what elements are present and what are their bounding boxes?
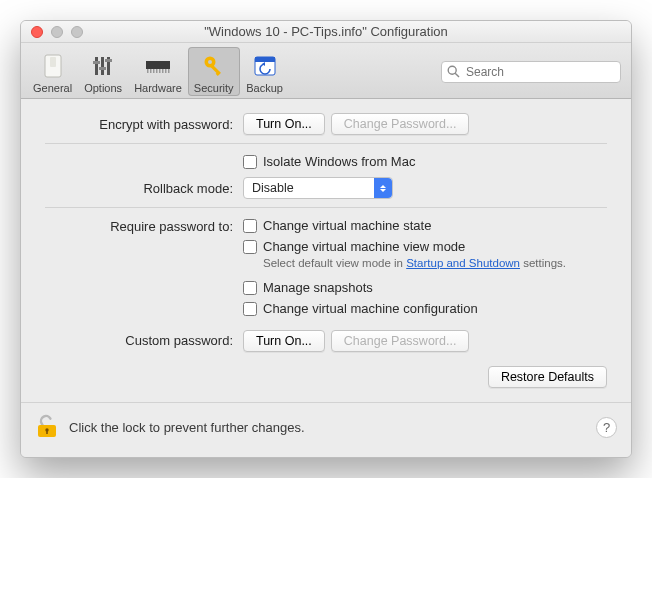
require-opt-label: Manage snapshots (263, 280, 373, 295)
tab-label: Backup (246, 82, 283, 94)
lock-icon[interactable] (35, 413, 59, 443)
svg-rect-12 (156, 69, 158, 73)
tab-label: Hardware (134, 82, 182, 94)
require-state-checkbox[interactable] (243, 219, 257, 233)
tab-general[interactable]: General (27, 47, 78, 96)
custom-turn-on-button[interactable]: Turn On... (243, 330, 325, 352)
footer: Click the lock to prevent further change… (21, 402, 631, 457)
tab-options[interactable]: Options (78, 47, 128, 96)
help-button[interactable]: ? (596, 417, 617, 438)
search-field[interactable] (441, 61, 621, 83)
rollback-select[interactable]: Disable (243, 177, 393, 199)
custom-change-password-button: Change Password... (331, 330, 470, 352)
svg-rect-1 (50, 57, 56, 67)
require-label: Require password to: (45, 218, 243, 234)
svg-point-23 (448, 66, 456, 74)
svg-point-18 (208, 60, 212, 64)
require-opt-label: Change virtual machine configuration (263, 301, 478, 316)
require-opt-label: Change virtual machine state (263, 218, 431, 233)
toolbar: General Options Hardware Security Backup (21, 43, 631, 99)
encrypt-label: Encrypt with password: (45, 117, 243, 132)
isolate-checkbox[interactable] (243, 155, 257, 169)
content-pane: Encrypt with password: Turn On... Change… (21, 99, 631, 402)
require-opt-label: Change virtual machine view mode (263, 239, 465, 254)
restore-defaults-button[interactable]: Restore Defaults (488, 366, 607, 388)
svg-rect-28 (46, 430, 48, 434)
rollback-label: Rollback mode: (45, 181, 243, 196)
traffic-lights (21, 26, 83, 38)
rollback-value: Disable (252, 181, 294, 195)
key-icon (199, 51, 229, 81)
svg-rect-15 (165, 69, 167, 73)
search-input[interactable] (441, 61, 621, 83)
lock-text: Click the lock to prevent further change… (69, 420, 305, 435)
svg-rect-14 (162, 69, 164, 73)
tab-label: General (33, 82, 72, 94)
minimize-button[interactable] (51, 26, 63, 38)
encrypt-turn-on-button[interactable]: Turn On... (243, 113, 325, 135)
svg-rect-3 (101, 57, 104, 75)
require-viewmode-checkbox[interactable] (243, 240, 257, 254)
viewmode-hint: Select default view mode in Startup and … (263, 256, 607, 272)
tab-label: Options (84, 82, 122, 94)
svg-rect-10 (150, 69, 152, 73)
tab-label: Security (194, 82, 234, 94)
svg-rect-6 (99, 67, 106, 70)
close-button[interactable] (31, 26, 43, 38)
svg-rect-5 (93, 61, 100, 64)
zoom-button[interactable] (71, 26, 83, 38)
isolate-label: Isolate Windows from Mac (263, 154, 415, 169)
svg-rect-9 (147, 69, 149, 73)
svg-rect-7 (105, 59, 112, 62)
sliders-icon (88, 51, 118, 81)
tab-backup[interactable]: Backup (240, 47, 290, 96)
custom-password-label: Custom password: (45, 333, 243, 348)
encrypt-change-password-button: Change Password... (331, 113, 470, 135)
separator (45, 207, 607, 208)
svg-rect-11 (153, 69, 155, 73)
tab-security[interactable]: Security (188, 47, 240, 96)
svg-rect-2 (95, 57, 98, 75)
config-window: "Windows 10 - PC-Tips.info" Configuratio… (20, 20, 632, 458)
svg-rect-22 (255, 57, 275, 62)
separator (45, 143, 607, 144)
svg-rect-8 (146, 61, 170, 69)
chip-icon (143, 51, 173, 81)
svg-rect-16 (168, 69, 170, 73)
svg-rect-13 (159, 69, 161, 73)
require-config-checkbox[interactable] (243, 302, 257, 316)
titlebar: "Windows 10 - PC-Tips.info" Configuratio… (21, 21, 631, 43)
chevron-updown-icon (374, 178, 392, 198)
startup-shutdown-link[interactable]: Startup and Shutdown (406, 257, 520, 269)
search-icon (447, 65, 460, 78)
tab-hardware[interactable]: Hardware (128, 47, 188, 96)
require-snapshots-checkbox[interactable] (243, 281, 257, 295)
switch-icon (38, 51, 68, 81)
window-title: "Windows 10 - PC-Tips.info" Configuratio… (21, 24, 631, 39)
svg-line-24 (455, 73, 459, 77)
backup-icon (250, 51, 280, 81)
